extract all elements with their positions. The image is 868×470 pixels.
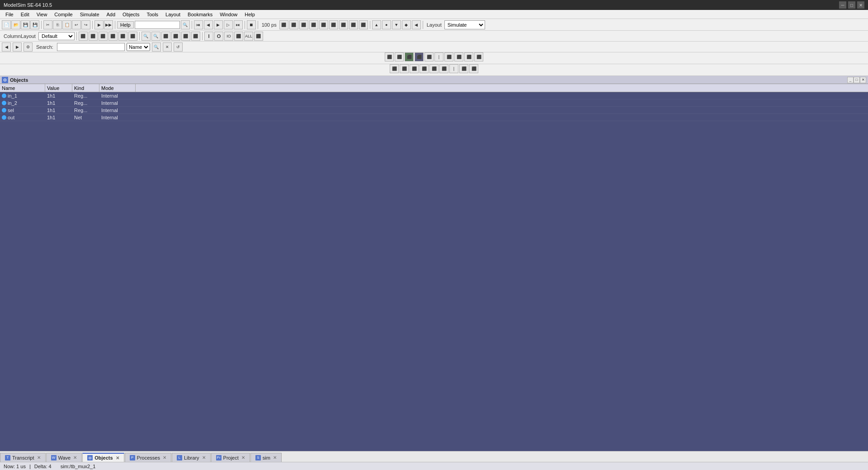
menu-compile[interactable]: Compile xyxy=(51,11,76,18)
search-go-btn[interactable]: 🔍 xyxy=(152,42,161,52)
wt24[interactable]: ⬛ xyxy=(420,64,429,73)
tab-close-0[interactable]: ✕ xyxy=(37,455,41,460)
wt1[interactable]: ⬛ xyxy=(385,52,394,61)
tab-close-1[interactable]: ✕ xyxy=(73,455,77,460)
menu-bookmarks[interactable]: Bookmarks xyxy=(184,11,216,18)
wt7[interactable]: ⬛ xyxy=(444,52,453,61)
step-back-btn[interactable]: ◀ xyxy=(204,20,213,29)
menu-tools[interactable]: Tools xyxy=(143,11,162,18)
open-btn[interactable]: 📂 xyxy=(11,20,20,29)
new-btn[interactable]: 📄 xyxy=(2,20,11,29)
search-clear-btn[interactable]: ✕ xyxy=(163,42,172,52)
menu-objects[interactable]: Objects xyxy=(119,11,143,18)
bottom-tab-transcript[interactable]: T Transcript ✕ xyxy=(0,453,46,462)
menu-simulate[interactable]: Simulate xyxy=(76,11,103,18)
col-btn5[interactable]: ⬛ xyxy=(118,32,127,41)
wt2[interactable]: ⬛ xyxy=(395,52,404,61)
step-btn[interactable]: ⏭ xyxy=(234,20,243,29)
search-refresh-btn[interactable]: ↺ xyxy=(174,42,183,52)
wt10[interactable]: ⬛ xyxy=(474,52,483,61)
minimize-button[interactable]: ─ xyxy=(839,1,846,9)
menu-edit[interactable]: Edit xyxy=(17,11,33,18)
wt3[interactable]: ⬛ xyxy=(405,52,414,61)
wave-btn3[interactable]: ⬛ xyxy=(299,20,308,29)
help-search-btn[interactable]: 🔍 xyxy=(181,20,190,29)
wt22[interactable]: ⬛ xyxy=(400,64,409,73)
table-row[interactable]: in_2 1h1 Reg... Internal xyxy=(0,99,868,107)
wt9[interactable]: ⬛ xyxy=(464,52,473,61)
table-row[interactable]: out 1h1 Net Internal xyxy=(0,114,868,121)
search-back-btn[interactable]: ◀ xyxy=(2,42,11,52)
wt8[interactable]: ⬛ xyxy=(454,52,463,61)
wave-btn6[interactable]: ⬛ xyxy=(329,20,338,29)
sig-btn-IO[interactable]: IO xyxy=(224,32,233,41)
wave-btn8[interactable]: ⬛ xyxy=(349,20,358,29)
wt29[interactable]: ⬛ xyxy=(469,64,478,73)
continue-btn[interactable]: ▷ xyxy=(224,20,233,29)
stop-btn[interactable]: ⏹ xyxy=(247,20,256,29)
menu-file[interactable]: File xyxy=(2,11,17,18)
more-btn2[interactable]: ● xyxy=(382,20,391,29)
copy-btn[interactable]: ⎘ xyxy=(53,20,62,29)
save-all-btn[interactable]: 💾 xyxy=(30,20,39,29)
restart-btn[interactable]: ⏮ xyxy=(194,20,203,29)
tab-close-6[interactable]: ✕ xyxy=(273,455,277,460)
sig-btn-rect[interactable]: ⬛ xyxy=(234,32,243,41)
close-button[interactable]: ✕ xyxy=(857,1,864,9)
objects-min-btn[interactable]: _ xyxy=(847,77,854,83)
bottom-tab-wave[interactable]: W Wave ✕ xyxy=(46,453,82,462)
wt21[interactable]: ⬛ xyxy=(390,64,399,73)
wt23[interactable]: ⬛ xyxy=(410,64,419,73)
more-btn1[interactable]: ▲ xyxy=(372,20,381,29)
run-btn[interactable]: ▶ xyxy=(214,20,223,29)
sig-btn-O[interactable]: O xyxy=(214,32,223,41)
layout-select[interactable]: Simulate Debug Default xyxy=(444,20,485,29)
menu-help[interactable]: Help xyxy=(241,11,259,18)
sig-btn-I[interactable]: I xyxy=(204,32,213,41)
more-btn4[interactable]: ◆ xyxy=(402,20,411,29)
search-fwd-btn[interactable]: ▶ xyxy=(13,42,22,52)
wave-btn5[interactable]: ⬛ xyxy=(319,20,328,29)
compile-btn[interactable]: ▶ xyxy=(94,20,104,29)
tab-close-2[interactable]: ✕ xyxy=(116,456,119,461)
zoom-out-btn[interactable]: 🔍 xyxy=(151,32,160,41)
col-btn1[interactable]: ⬛ xyxy=(79,32,88,41)
tab-close-3[interactable]: ✕ xyxy=(163,455,166,460)
bottom-tab-objects[interactable]: O Objects ✕ xyxy=(82,453,124,462)
table-row[interactable]: sel 1h1 Reg... Internal xyxy=(0,107,868,114)
search-input[interactable] xyxy=(57,43,125,51)
tab-close-4[interactable]: ✕ xyxy=(202,455,206,460)
redo-btn[interactable]: ↪ xyxy=(81,20,90,29)
wave-btn9[interactable]: ⬛ xyxy=(359,20,368,29)
save-btn[interactable]: 💾 xyxy=(21,20,30,29)
zoom-fit-btn[interactable]: ⬛ xyxy=(161,32,170,41)
search-type-select[interactable]: Name Value xyxy=(127,43,150,51)
wave-btn1[interactable]: ⬛ xyxy=(279,20,288,29)
cut-btn[interactable]: ✂ xyxy=(43,20,52,29)
wave-btn7[interactable]: ⬛ xyxy=(339,20,348,29)
sig-btn-ALL[interactable]: ALL xyxy=(244,32,253,41)
col-btn2[interactable]: ⬛ xyxy=(89,32,98,41)
bottom-tab-sim[interactable]: S sim ✕ xyxy=(250,453,282,462)
help-input[interactable] xyxy=(135,21,180,29)
bottom-tab-project[interactable]: Pr Project ✕ xyxy=(211,453,250,462)
undo-btn[interactable]: ↩ xyxy=(72,20,81,29)
sig-btn-extra[interactable]: ⬛ xyxy=(254,32,263,41)
zoom-extra2[interactable]: ⬛ xyxy=(191,32,200,41)
wt25[interactable]: ⬛ xyxy=(429,64,439,73)
menu-add[interactable]: Add xyxy=(103,11,119,18)
menu-layout[interactable]: Layout xyxy=(162,11,184,18)
help-button[interactable]: Help xyxy=(117,21,134,28)
wt6[interactable]: | xyxy=(434,52,443,61)
zoom-in-btn[interactable]: 🔍 xyxy=(142,32,151,41)
col-btn4[interactable]: ⬛ xyxy=(108,32,118,41)
search-opts-btn[interactable]: ⚙ xyxy=(24,42,33,52)
menu-view[interactable]: View xyxy=(33,11,51,18)
menu-window[interactable]: Window xyxy=(216,11,241,18)
zoom-sel-btn[interactable]: ⬛ xyxy=(171,32,180,41)
objects-max-btn[interactable]: □ xyxy=(854,77,860,83)
wt27[interactable]: | xyxy=(449,64,458,73)
col-layout-select[interactable]: Default Custom xyxy=(38,32,75,40)
col-btn3[interactable]: ⬛ xyxy=(99,32,108,41)
bottom-tab-processes[interactable]: P Processes ✕ xyxy=(125,453,171,462)
